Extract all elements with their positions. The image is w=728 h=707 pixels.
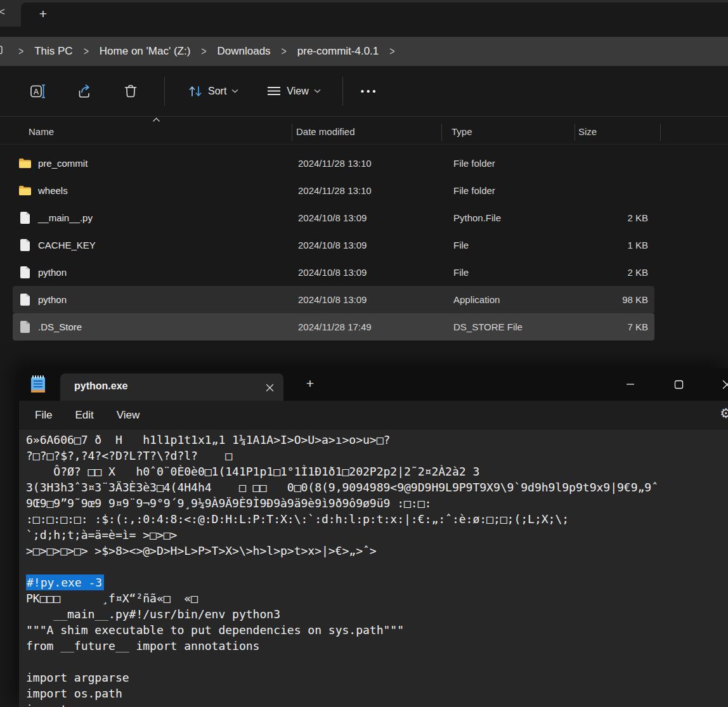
chevron-down-icon [231,89,238,93]
file-row[interactable]: .DS_Store2024/11/28 17:49DS_STORE File7 … [13,313,654,341]
editor-line: #!py.exe -3 [26,574,728,590]
editor-line: `;d;h;t;à=ä=è=ì= >□>□> [26,527,728,543]
breadcrumb-chevron-icon[interactable]: > [201,45,206,58]
breadcrumb-chevron-icon[interactable]: > [84,45,89,58]
file-size: 2 KB [587,212,654,223]
notepad-menubar: File Edit View [19,401,728,430]
rename-button[interactable]: A [29,82,48,101]
file-type: Application [453,294,587,305]
notepad-tab-python-exe[interactable]: python.exe [60,373,283,401]
file-size: 7 KB [587,321,654,332]
editor-line [26,559,728,574]
notepad-titlebar[interactable]: python.exe + [19,368,728,401]
tab-overflow-chevron-icon[interactable]: < [0,6,5,18]
editor-line: __main__.py#!/usr/bin/env python3 [26,606,728,622]
file-icon [18,293,32,306]
svg-text:A: A [34,87,39,96]
notepad-new-tab-button[interactable]: + [301,374,320,393]
breadcrumb-item-this-pc[interactable]: This PC [34,45,72,58]
file-row[interactable]: CACHE_KEY2024/10/8 13:09File1 KB [13,231,654,259]
file-size: 1 KB [587,240,654,250]
menu-view[interactable]: View [110,406,146,424]
folder-icon [18,185,32,196]
column-header-date[interactable]: Date modified [296,126,355,137]
delete-button[interactable] [121,82,140,101]
column-header-type[interactable]: Type [452,126,472,137]
toolbar-divider [342,77,343,106]
editor-line: Ô?Ø? □□ X h0ˆ0¨0È0è0□1(141P1p1□1°1Ì1Ð1ð1… [26,464,728,479]
file-icon [18,266,32,279]
editor-line: >□>□>□>□> >$>8><>@>D>H>L>P>T>X>\>h>l>p>t… [26,543,728,559]
view-button[interactable]: View [266,84,320,98]
file-type: File [453,240,587,250]
file-date: 2024/10/8 13:09 [298,294,453,305]
file-size: 98 KB [587,294,654,305]
file-list: pre_commit2024/11/28 13:10File folderwhe… [13,150,654,341]
file-type: DS_STORE File [453,321,587,332]
file-size: 2 KB [587,267,654,278]
breadcrumb-item-pre-commit[interactable]: pre-commit-4.0.1 [297,45,379,58]
file-type: File folder [453,158,587,169]
editor-line: 9Œ9□9”9˜9œ9 9¤9¨9¬9°9´9¸9¼9À9Ä9È9Ì9Ð9à9ä… [26,495,728,511]
file-name: .DS_Store [38,321,298,332]
editor-line: """A shim executable to put dependencies… [26,622,728,638]
file-icon [18,238,32,252]
editor-line [26,654,728,670]
breadcrumb-item-downloads[interactable]: Downloads [218,45,271,58]
breadcrumb-item-home-on-mac[interactable]: Home on 'Mac' (Z:) [100,45,190,58]
editor-line: import argparse [26,670,728,685]
file-icon [18,320,32,334]
minimize-button[interactable] [618,372,643,397]
breadcrumb-chevron-icon[interactable]: > [389,45,394,58]
editor-line: from __future__ import annotations [26,638,728,654]
file-date: 2024/10/8 13:09 [298,212,453,223]
share-button[interactable] [75,82,94,101]
view-label: View [287,86,308,97]
file-row[interactable]: python2024/10/8 13:09Application98 KB [13,286,654,313]
file-row[interactable]: python2024/10/8 13:09File2 KB [13,259,654,286]
explorer-active-tab[interactable]: + [21,3,728,27]
breadcrumb-chevron-icon[interactable]: > [282,45,287,58]
notepad-text-area[interactable]: 6»6A606□7 ð H h1l1p1t1x1„1 1¼1A1A>I>O>U>… [19,430,728,707]
file-date: 2024/10/8 13:09 [298,267,453,278]
column-header-size[interactable]: Size [578,126,597,137]
file-type: File [453,267,587,278]
file-row[interactable]: __main__.py2024/10/8 13:09Python.File2 K… [13,204,654,231]
notepad-tab-title: python.exe [74,380,127,392]
sort-button[interactable]: Sort [188,84,238,98]
editor-line: :□:□:□:□: :$:(:,:0:4:8:<:@:D:H:L:P:T:X:\… [26,511,728,527]
editor-line: PK□□□ ¸f¤X“²ñã«□ «□ [26,590,728,606]
file-row[interactable]: pre_commit2024/11/28 13:10File folder [13,150,654,177]
hamburger-icon [266,84,282,98]
toolbar-divider [164,77,165,106]
sort-ascending-icon [152,117,160,122]
settings-gear-icon[interactable]: ⚙ [720,406,728,421]
column-divider[interactable] [660,124,661,141]
folder-icon [18,158,32,169]
see-more-button[interactable]: ••• [361,86,379,96]
column-divider[interactable] [441,124,442,141]
explorer-tab-strip: < + [0,0,728,27]
tab-close-icon[interactable] [263,381,276,394]
file-icon [18,211,32,224]
desktop: < + > This PC > Home on 'Mac' (Z:) > Dow… [0,0,728,707]
maximize-button[interactable] [666,372,691,397]
column-divider[interactable] [292,124,292,141]
file-row[interactable]: wheels2024/11/28 13:10File folder [13,177,654,204]
column-header-name[interactable]: Name [29,126,54,137]
sort-label: Sort [208,86,226,97]
file-type: Python.File [453,212,587,223]
editor-line: import os.path [26,685,728,701]
file-name: python [38,294,298,305]
menu-file[interactable]: File [29,406,58,424]
file-name: __main__.py [38,212,298,223]
file-date: 2024/10/8 13:09 [298,240,453,250]
explorer-new-tab-button[interactable]: + [34,4,53,23]
file-name: pre_commit [38,158,298,169]
column-divider[interactable] [575,124,575,141]
notepad-app-icon [29,374,47,394]
breadcrumb-chevron-icon[interactable]: > [18,45,23,58]
menu-edit[interactable]: Edit [68,406,100,424]
file-date: 2024/11/28 13:10 [298,185,453,196]
close-button[interactable] [714,372,728,397]
